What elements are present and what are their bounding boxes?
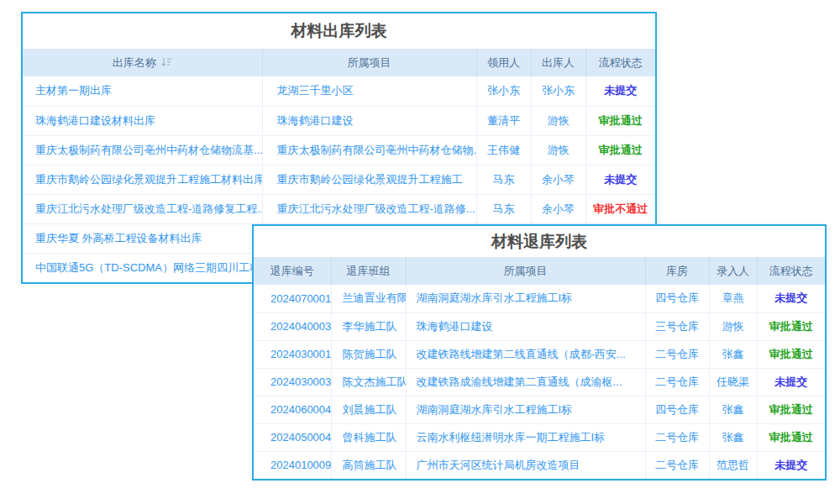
return-cell-team: 李华施工队 bbox=[331, 312, 406, 340]
outbound-cell-issuer: 游恢 bbox=[531, 106, 585, 135]
return-cell-team: 陈贺施工队 bbox=[331, 340, 406, 368]
return-table-row[interactable]: 2024050004曾科施工队云南水利枢纽潜明水库一期工程施工I标二号仓库张鑫审… bbox=[254, 423, 825, 451]
outbound-cell-status: 未提交 bbox=[585, 76, 655, 106]
return-cell-warehouse: 四号仓库 bbox=[645, 285, 709, 312]
return-cell-warehouse: 四号仓库 bbox=[645, 396, 709, 423]
outbound-cell-name: 中国联通5G（TD-SCDMA）网络三期四川工程... bbox=[23, 253, 262, 282]
outbound-table-title: 材料出库列表 bbox=[23, 13, 655, 49]
outbound-column-header-issuer: 出库人 bbox=[531, 49, 585, 76]
return-cell-operator: 范思哲 bbox=[709, 451, 757, 479]
return-column-header-project: 所属项目 bbox=[406, 257, 645, 285]
outbound-cell-recipient: 张小东 bbox=[476, 76, 531, 106]
return-cell-code: 2024050004 bbox=[254, 423, 331, 451]
return-cell-project: 湖南洞庭湖水库引水工程施工I标 bbox=[406, 285, 645, 312]
return-cell-status: 审批通过 bbox=[757, 396, 825, 423]
return-cell-team: 兰迪置业有限公司 bbox=[331, 285, 406, 312]
outbound-column-header-project: 所属项目 bbox=[262, 49, 476, 76]
return-column-label: 流程状态 bbox=[769, 265, 813, 277]
outbound-cell-issuer: 余小琴 bbox=[531, 165, 585, 194]
outbound-cell-name: 重庆市鹅岭公园绿化景观提升工程施工材料出库 bbox=[23, 165, 262, 194]
outbound-cell-project: 重庆太极制药有限公司亳州中药材仓储物... bbox=[262, 135, 476, 165]
outbound-cell-project: 重庆市鹅岭公园绿化景观提升工程施工 bbox=[262, 165, 476, 194]
outbound-table-row[interactable]: 重庆江北污水处理厂级改造工程-道路修复工程...重庆江北污水处理厂级改造工程-道… bbox=[23, 194, 655, 223]
outbound-cell-project: 珠海鹤港口建设 bbox=[262, 106, 476, 135]
return-column-label: 所属项目 bbox=[504, 265, 548, 277]
return-column-label: 库房 bbox=[666, 265, 688, 277]
return-cell-team: 高筒施工队 bbox=[331, 451, 406, 479]
sort-icon bbox=[161, 57, 172, 67]
outbound-cell-project: 龙湖三千里小区 bbox=[262, 76, 476, 106]
outbound-cell-project: 重庆江北污水处理厂级改造工程-道路修... bbox=[262, 194, 476, 223]
outbound-cell-recipient: 董清平 bbox=[476, 106, 531, 135]
return-table: 退库编号退库班组所属项目库房录入人流程状态 2024070001兰迪置业有限公司… bbox=[254, 257, 825, 479]
return-table-row[interactable]: 2024070001兰迪置业有限公司湖南洞庭湖水库引水工程施工I标四号仓库章燕未… bbox=[254, 285, 825, 312]
return-cell-code: 2024030001 bbox=[254, 340, 331, 368]
return-column-header-operator: 录入人 bbox=[709, 257, 757, 285]
return-table-row[interactable]: 2024010009高筒施工队广州市天河区统计局机房改造项目二号仓库范思哲未提交 bbox=[254, 451, 825, 479]
outbound-column-label: 出库人 bbox=[542, 56, 575, 69]
return-table-title: 材料退库列表 bbox=[254, 226, 825, 257]
return-column-header-team: 退库班组 bbox=[331, 257, 406, 285]
return-cell-code: 2024040003 bbox=[254, 312, 331, 340]
outbound-table-row[interactable]: 珠海鹤港口建设材料出库珠海鹤港口建设董清平游恢审批通过 bbox=[23, 106, 655, 135]
return-cell-code: 2024010009 bbox=[254, 451, 331, 479]
return-cell-warehouse: 二号仓库 bbox=[645, 368, 709, 396]
outbound-column-label: 出库名称 bbox=[113, 56, 156, 69]
return-header-row: 退库编号退库班组所属项目库房录入人流程状态 bbox=[254, 257, 825, 285]
outbound-cell-status: 审批不通过 bbox=[585, 194, 655, 223]
return-cell-warehouse: 二号仓库 bbox=[645, 340, 709, 368]
return-cell-code: 2024060004 bbox=[254, 396, 331, 423]
outbound-cell-status: 审批通过 bbox=[585, 106, 655, 135]
outbound-header-row: 出库名称所属项目领用人出库人流程状态 bbox=[23, 49, 655, 76]
outbound-cell-status: 审批通过 bbox=[585, 135, 655, 165]
return-table-row[interactable]: 2024060004刘晨施工队湖南洞庭湖水库引水工程施工I标四号仓库张鑫审批通过 bbox=[254, 396, 825, 423]
outbound-cell-recipient: 王伟健 bbox=[476, 135, 531, 165]
outbound-cell-status: 未提交 bbox=[585, 165, 655, 194]
outbound-cell-recipient: 马东 bbox=[476, 165, 531, 194]
return-column-label: 退库编号 bbox=[270, 265, 314, 277]
outbound-table-row[interactable]: 重庆太极制药有限公司亳州中药材仓储物流基...重庆太极制药有限公司亳州中药材仓储… bbox=[23, 135, 655, 165]
return-table-row[interactable]: 2024030001陈贺施工队改建铁路线增建第二线直通线（成都-西安...二号仓… bbox=[254, 340, 825, 368]
return-cell-project: 改建铁路成渝线增建第二直通线（成渝枢... bbox=[406, 368, 645, 396]
return-cell-operator: 张鑫 bbox=[709, 340, 757, 368]
outbound-table-row[interactable]: 重庆市鹅岭公园绿化景观提升工程施工材料出库重庆市鹅岭公园绿化景观提升工程施工马东… bbox=[23, 165, 655, 194]
return-cell-team: 曾科施工队 bbox=[331, 423, 406, 451]
return-table-card: 材料退库列表 退库编号退库班组所属项目库房录入人流程状态 2024070001兰… bbox=[252, 224, 827, 480]
return-cell-project: 湖南洞庭湖水库引水工程施工I标 bbox=[406, 396, 645, 423]
return-cell-code: 2024030003 bbox=[254, 368, 331, 396]
return-cell-status: 审批通过 bbox=[757, 423, 825, 451]
return-cell-warehouse: 二号仓库 bbox=[645, 451, 709, 479]
return-cell-status: 未提交 bbox=[757, 285, 825, 312]
outbound-table-row[interactable]: 主材第一期出库龙湖三千里小区张小东张小东未提交 bbox=[23, 76, 655, 106]
return-cell-project: 云南水利枢纽潜明水库一期工程施工I标 bbox=[406, 423, 645, 451]
outbound-column-header-status: 流程状态 bbox=[585, 49, 655, 76]
return-cell-project: 珠海鹤港口建设 bbox=[406, 312, 645, 340]
return-cell-operator: 张鑫 bbox=[709, 396, 757, 423]
outbound-column-header-recipient: 领用人 bbox=[476, 49, 531, 76]
return-cell-status: 未提交 bbox=[757, 451, 825, 479]
return-cell-team: 刘晨施工队 bbox=[331, 396, 406, 423]
return-column-header-code: 退库编号 bbox=[254, 257, 331, 285]
outbound-cell-issuer: 余小琴 bbox=[531, 194, 585, 223]
return-column-header-warehouse: 库房 bbox=[645, 257, 709, 285]
outbound-cell-name: 珠海鹤港口建设材料出库 bbox=[23, 106, 262, 135]
return-column-header-status: 流程状态 bbox=[757, 257, 825, 285]
return-cell-project: 改建铁路线增建第二线直通线（成都-西安... bbox=[406, 340, 645, 368]
return-cell-operator: 章燕 bbox=[709, 285, 757, 312]
return-table-row[interactable]: 2024040003李华施工队珠海鹤港口建设三号仓库游恢审批通过 bbox=[254, 312, 825, 340]
outbound-cell-name: 主材第一期出库 bbox=[23, 76, 262, 106]
return-cell-project: 广州市天河区统计局机房改造项目 bbox=[406, 451, 645, 479]
return-table-row[interactable]: 2024030003陈文杰施工队改建铁路成渝线增建第二直通线（成渝枢...二号仓… bbox=[254, 368, 825, 396]
outbound-cell-recipient: 马东 bbox=[476, 194, 531, 223]
return-cell-operator: 任晓渠 bbox=[709, 368, 757, 396]
return-cell-warehouse: 三号仓库 bbox=[645, 312, 709, 340]
outbound-cell-issuer: 游恢 bbox=[531, 135, 585, 165]
return-cell-team: 陈文杰施工队 bbox=[331, 368, 406, 396]
return-cell-operator: 张鑫 bbox=[709, 423, 757, 451]
outbound-column-label: 所属项目 bbox=[348, 56, 391, 69]
outbound-column-header-name[interactable]: 出库名称 bbox=[23, 49, 262, 76]
return-cell-status: 审批通过 bbox=[757, 340, 825, 368]
return-cell-operator: 游恢 bbox=[709, 312, 757, 340]
outbound-cell-name: 重庆华夏 外高桥工程设备材料出库 bbox=[23, 223, 262, 253]
outbound-column-label: 领用人 bbox=[487, 56, 520, 69]
